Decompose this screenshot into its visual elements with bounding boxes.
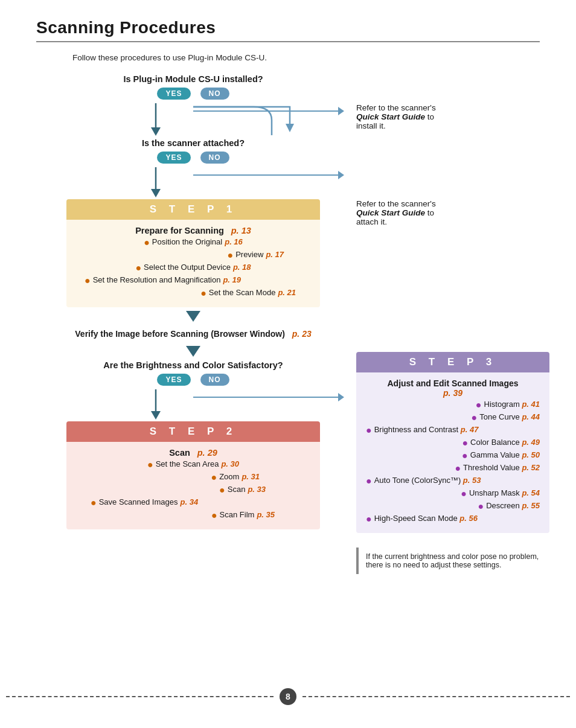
step1-dot-2: ● — [135, 263, 141, 273]
step2-dot-3: ● — [91, 497, 97, 508]
dash-left — [6, 696, 274, 697]
q2-no-arrow — [193, 171, 344, 179]
question-2: Is the scanner attached? — [142, 138, 245, 148]
step1-item-1: ●Previewp. 17 — [78, 250, 308, 261]
page-title: Scanning Procedures — [36, 18, 540, 37]
step1-box: S T E P 1 Prepare for Scanning p. 13 ●Po… — [66, 199, 320, 307]
yesno-row-2: YES NO — [157, 152, 229, 164]
q3-no-badge: NO — [200, 374, 229, 386]
q1-yes-badge: YES — [157, 88, 190, 100]
step1-page: p. 13 — [231, 226, 251, 235]
step1-dot-1: ● — [227, 250, 233, 260]
arrow-to-q3 — [186, 346, 200, 357]
question-3: Are the Brightness and Color Satisfactor… — [103, 360, 283, 370]
title-divider — [36, 41, 540, 42]
q1-no-badge: NO — [200, 88, 229, 100]
svg-marker-2 — [286, 124, 294, 132]
step2-item-2: ●Scanp. 33 — [78, 485, 308, 496]
step1-header: S T E P 1 — [66, 199, 320, 220]
flowchart-area: Is Plug-in Module CS-U installed? YES NO — [36, 74, 540, 574]
step2-dot-0: ● — [147, 459, 153, 470]
svg-marker-4 — [151, 189, 161, 197]
step3-item-9: ●High-Speed Scan Mode p. 56 — [366, 514, 540, 525]
step3-items-wrapper: ●Histogram p. 41●Tone Curve p. 44●Bright… — [366, 400, 540, 525]
q3-no-arrow — [193, 393, 344, 401]
verify-title: Verify the Image before Scanning (Browse… — [75, 329, 285, 339]
q2-yes-badge: YES — [157, 152, 190, 164]
svg-marker-1 — [151, 127, 161, 136]
step3-item-3: ●Color Balance p. 49 — [366, 438, 540, 449]
step3-item-5: ●Threshold Value p. 52 — [366, 463, 540, 474]
step2-dot-4: ● — [211, 510, 217, 520]
bottom-dashes: 8 — [0, 688, 576, 705]
dash-right — [302, 696, 570, 697]
step2-item-4: ●Scan Filmp. 35 — [78, 510, 308, 521]
step1-item-2: ●Select the Output Devicep. 18 — [78, 263, 308, 273]
verify-box: Verify the Image before Scanning (Browse… — [75, 329, 311, 339]
step2-box: S T E P 2 Scan p. 29 ●Set the Scan Areap… — [66, 421, 320, 529]
step3-header: S T E P 3 — [356, 352, 549, 372]
step3-item-8: ●Descreen p. 55 — [366, 501, 540, 512]
q1-no-arrow — [193, 107, 344, 115]
q3-arrows — [66, 388, 320, 421]
note-box: If the current brightness and color pose… — [356, 548, 549, 574]
step2-content: Scan p. 29 ●Set the Scan Areap. 30 ●Zoom… — [66, 442, 320, 529]
note-text: If the current brightness and color pose… — [366, 552, 539, 569]
step2-header: S T E P 2 — [66, 421, 320, 442]
step3-item-0: ●Histogram p. 41 — [366, 400, 540, 410]
step2-dot-2: ● — [219, 485, 225, 495]
step3-item-7: ●Unsharp Mask p. 54 — [366, 488, 540, 499]
step1-content: Prepare for Scanning p. 13 ●Position the… — [66, 220, 320, 307]
step2-dot-1: ● — [211, 472, 217, 482]
step1-dot-3: ● — [85, 275, 91, 286]
yesno-row-1: YES NO — [157, 88, 229, 100]
left-column: Is Plug-in Module CS-U installed? YES NO — [36, 74, 350, 529]
right-column: Refer to the scanner'sQuick Start Guide … — [356, 74, 549, 574]
step3-item-6: ●Auto Tone (ColorSync™) p. 53 — [366, 476, 540, 487]
step1-title: Prepare for Scanning — [135, 226, 224, 235]
step2-item-1: ●Zoomp. 31 — [78, 472, 308, 483]
q1-arrows — [66, 102, 320, 138]
step1-item-4: ●Set the Scan Modep. 21 — [78, 288, 308, 299]
q3-yes-badge: YES — [157, 374, 190, 386]
step3-item-1: ●Tone Curve p. 44 — [366, 412, 540, 423]
q2-no-badge: NO — [200, 152, 229, 164]
step2-item-3: ●Save Scanned Imagesp. 34 — [78, 497, 308, 508]
step1-dot-0: ● — [144, 237, 150, 247]
spacer — [356, 235, 549, 343]
refer-box-1: Refer to the scanner'sQuick Start Guide … — [356, 103, 549, 130]
step2-page: p. 29 — [197, 448, 217, 458]
step3-item-4: ●Gamma Value p. 50 — [366, 450, 540, 461]
step1-item-0: ●Position the Originalp. 16 — [78, 237, 308, 248]
step3-item-2: ●Brightness and Contrast p. 47 — [366, 425, 540, 436]
step3-box: S T E P 3 Adjust and Edit Scanned Images… — [356, 352, 549, 533]
step1-dot-4: ● — [200, 288, 206, 298]
step1-item-3: ●Set the Resolution and Magnificationp. … — [78, 275, 308, 286]
verify-page: p. 23 — [292, 329, 312, 339]
step3-content: Adjust and Edit Scanned Imagesp. 39 ●His… — [356, 372, 549, 533]
intro-text: Follow these procedures to use Plug-in M… — [72, 53, 540, 62]
arrow-to-verify — [186, 311, 200, 322]
page: Scanning Procedures Follow these procedu… — [0, 0, 576, 728]
step3-title: Adjust and Edit Scanned Imagesp. 39 — [366, 378, 540, 398]
refer-box-2: Refer to the scanner'sQuick Start Guide … — [356, 199, 549, 226]
yesno-row-3: YES NO — [157, 374, 229, 386]
question-1: Is Plug-in Module CS-U installed? — [123, 74, 263, 84]
step2-item-0: ●Set the Scan Areap. 30 — [78, 459, 308, 470]
q2-arrows — [66, 166, 320, 199]
svg-marker-6 — [151, 411, 161, 420]
page-number: 8 — [280, 688, 296, 705]
step2-title: Scan — [169, 448, 190, 458]
